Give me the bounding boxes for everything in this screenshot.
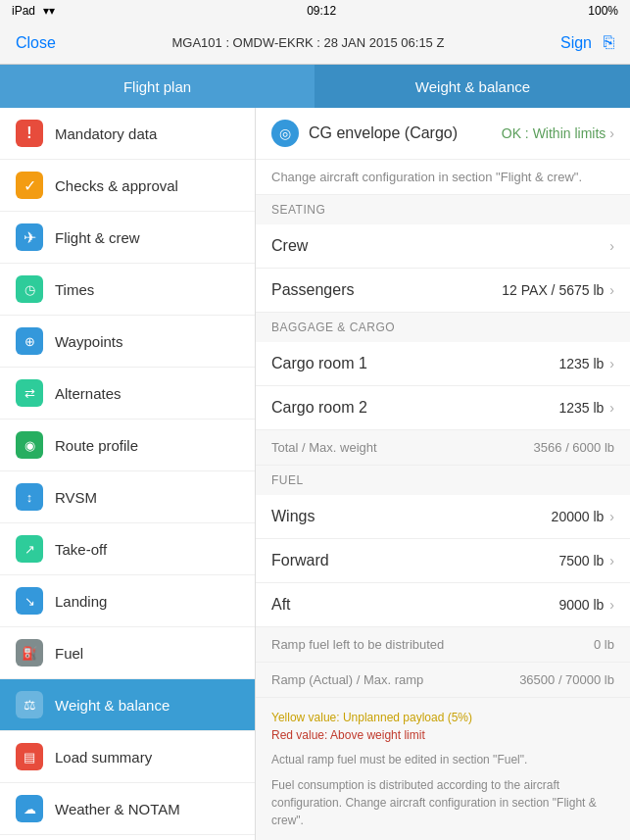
fuel-section-header: FUEL xyxy=(256,466,630,495)
cg-icon: ◎ xyxy=(271,120,299,147)
baggage-section-header: BAGGAGE & CARGO xyxy=(256,313,630,342)
cargo-room-2-value: 1235 lb xyxy=(558,400,604,416)
sidebar-item-landing[interactable]: ↘ Landing xyxy=(0,575,255,627)
sidebar-item-weather-notam-label: Weather & NOTAM xyxy=(55,801,180,817)
tab-weight-balance[interactable]: Weight & balance xyxy=(315,65,630,108)
yellow-note-line: Yellow value: Unplanned payload (5%) xyxy=(271,708,614,725)
sidebar-item-rvsm[interactable]: ↕ RVSM xyxy=(0,471,255,523)
route-profile-icon: ◉ xyxy=(16,431,43,459)
cargo-room-1-row[interactable]: Cargo room 1 1235 lb › xyxy=(256,342,630,386)
sidebar-item-flight-crew[interactable]: ✈ Flight & crew xyxy=(0,212,255,264)
cargo-room-1-label: Cargo room 1 xyxy=(271,355,367,372)
cg-envelope-header[interactable]: ◎ CG envelope (Cargo) OK : Within limits… xyxy=(256,108,630,160)
header: Close MGA101 : OMDW-EKRK : 28 JAN 2015 0… xyxy=(0,22,630,65)
load-summary-icon: ▤ xyxy=(16,743,43,770)
fuel-note-2: Fuel consumption is distributed accordin… xyxy=(271,776,614,829)
forward-chevron-icon: › xyxy=(609,553,614,568)
sidebar-item-flight-crew-label: Flight & crew xyxy=(55,229,140,246)
status-bar: iPad ▾▾ 09:12 100% xyxy=(0,0,630,22)
total-weight-label: Total / Max. weight xyxy=(271,440,377,455)
sidebar-item-times-label: Times xyxy=(55,281,94,298)
flight-crew-icon: ✈ xyxy=(16,223,43,251)
status-bar-left: iPad ▾▾ xyxy=(12,4,55,18)
wings-chevron-icon: › xyxy=(609,509,614,524)
aft-chevron-icon: › xyxy=(609,597,614,613)
header-title: MGA101 : OMDW-EKRK : 28 JAN 2015 06:15 Z xyxy=(171,35,444,50)
wings-label: Wings xyxy=(271,508,315,525)
red-note-line: Red value: Above weight limit xyxy=(271,725,614,743)
config-note: Change aircraft configuration in section… xyxy=(256,160,630,195)
waypoints-icon: ⊕ xyxy=(16,327,43,355)
sign-button[interactable]: Sign xyxy=(560,34,592,52)
cargo-room-1-value: 1235 lb xyxy=(558,356,604,371)
sidebar-item-take-off[interactable]: ↗ Take-off xyxy=(0,523,255,575)
fuel-notes: Yellow value: Unplanned payload (5%) Red… xyxy=(256,698,630,839)
alternates-icon: ⇄ xyxy=(16,379,43,407)
fuel-icon: ⛽ xyxy=(16,639,43,667)
weight-balance-icon: ⚖ xyxy=(16,691,43,718)
battery-label: 100% xyxy=(588,4,618,18)
aft-row[interactable]: Aft 9000 lb › xyxy=(256,583,630,627)
sidebar-item-weight-balance[interactable]: ⚖ Weight & balance xyxy=(0,679,255,731)
sidebar-item-route-profile-label: Route profile xyxy=(55,437,138,454)
sidebar-item-rvsm-label: RVSM xyxy=(55,489,97,506)
ramp-left-row: Ramp fuel left to be distributed 0 lb xyxy=(256,627,630,663)
tab-flight-plan[interactable]: Flight plan xyxy=(0,65,315,108)
red-note-label: Red value: xyxy=(271,728,327,742)
passengers-row[interactable]: Passengers 12 PAX / 5675 lb › xyxy=(256,269,630,313)
sidebar-item-take-off-label: Take-off xyxy=(55,541,107,558)
forward-row[interactable]: Forward 7500 lb › xyxy=(256,539,630,583)
sidebar-item-mandatory-data[interactable]: ! Mandatory data xyxy=(0,108,255,160)
sidebar-item-checks-approval[interactable]: ✓ Checks & approval xyxy=(0,160,255,212)
total-weight-row: Total / Max. weight 3566 / 6000 lb xyxy=(256,430,630,466)
sidebar-item-load-summary-label: Load summary xyxy=(55,749,152,766)
red-note-text: Above weight limit xyxy=(327,728,424,742)
ramp-left-value: 0 lb xyxy=(594,637,614,652)
sidebar-item-fuel[interactable]: ⛽ Fuel xyxy=(0,627,255,679)
tab-flight-plan-label: Flight plan xyxy=(123,78,191,95)
sidebar-item-waypoints[interactable]: ⊕ Waypoints xyxy=(0,316,255,368)
mandatory-data-icon: ! xyxy=(16,120,43,147)
crew-label: Crew xyxy=(271,237,308,255)
ramp-actual-row: Ramp (Actual) / Max. ramp 36500 / 70000 … xyxy=(256,663,630,698)
cg-status-text: OK : Within limits xyxy=(502,125,606,141)
wings-value: 20000 lb xyxy=(552,509,605,524)
crew-row[interactable]: Crew › xyxy=(256,224,630,269)
cg-status: OK : Within limits › xyxy=(502,125,614,141)
sidebar-item-fuel-label: Fuel xyxy=(55,645,83,662)
cargo-room-2-label: Cargo room 2 xyxy=(271,399,367,417)
wifi-icon: ▾▾ xyxy=(43,4,55,18)
sidebar-item-load-summary[interactable]: ▤ Load summary xyxy=(0,731,255,783)
cargo-room-1-chevron-icon: › xyxy=(609,356,614,371)
header-right: Sign ⎘ xyxy=(560,32,614,53)
cg-chevron-icon: › xyxy=(609,125,614,141)
forward-label: Forward xyxy=(271,552,329,569)
yellow-note-label: Yellow value: xyxy=(271,711,340,724)
rvsm-icon: ↕ xyxy=(16,483,43,511)
wings-row[interactable]: Wings 20000 lb › xyxy=(256,495,630,539)
close-button[interactable]: Close xyxy=(16,34,56,52)
tab-bar: Flight plan Weight & balance xyxy=(0,65,630,108)
document-icon[interactable]: ⎘ xyxy=(604,32,614,53)
cg-header-left: ◎ CG envelope (Cargo) xyxy=(271,120,458,147)
main-layout: ! Mandatory data ✓ Checks & approval ✈ F… xyxy=(0,108,630,840)
tab-weight-balance-label: Weight & balance xyxy=(415,78,530,95)
sidebar-item-route-profile[interactable]: ◉ Route profile xyxy=(0,420,255,471)
yellow-note-text: Unplanned payload (5%) xyxy=(340,711,472,724)
device-label: iPad xyxy=(12,4,35,18)
sidebar-item-times[interactable]: ◷ Times xyxy=(0,264,255,316)
ramp-left-label: Ramp fuel left to be distributed xyxy=(271,637,444,652)
sidebar-item-alternates[interactable]: ⇄ Alternates xyxy=(0,368,255,420)
total-weight-value: 3566 / 6000 lb xyxy=(534,440,614,455)
sidebar-item-weather-notam[interactable]: ☁ Weather & NOTAM xyxy=(0,783,255,835)
cargo-room-2-row[interactable]: Cargo room 2 1235 lb › xyxy=(256,386,630,430)
sidebar-item-landing-label: Landing xyxy=(55,593,107,610)
ramp-actual-value: 36500 / 70000 lb xyxy=(519,672,614,687)
sidebar-item-waypoints-label: Waypoints xyxy=(55,333,122,350)
passengers-value: 12 PAX / 5675 lb xyxy=(502,282,604,298)
sidebar-item-weight-balance-label: Weight & balance xyxy=(55,697,170,714)
crew-chevron-icon: › xyxy=(609,238,614,254)
fuel-note-1: Actual ramp fuel must be edited in secti… xyxy=(271,751,614,768)
aft-value: 9000 lb xyxy=(558,597,604,613)
sidebar-item-mandatory-data-label: Mandatory data xyxy=(55,125,157,142)
